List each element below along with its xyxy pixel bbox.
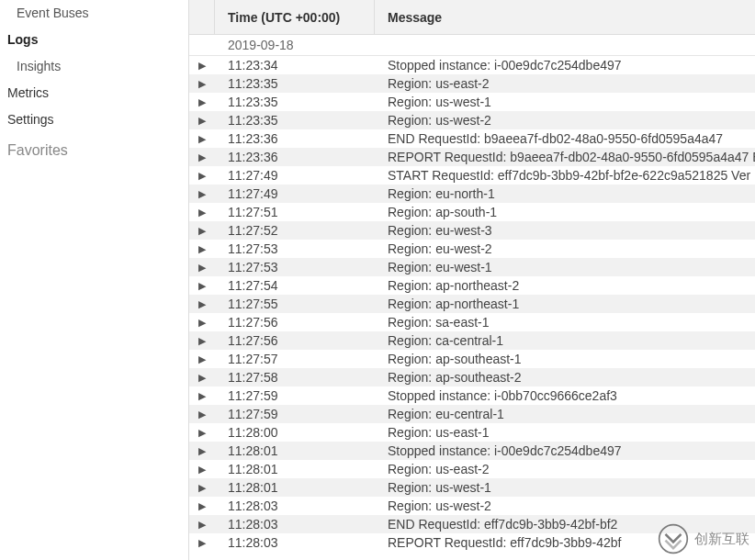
favorites-heading: Favorites [7,133,181,162]
sidebar-item-insights[interactable]: Insights [7,53,181,80]
log-time: 11:27:52 [215,223,375,238]
expand-icon[interactable]: ▶ [189,170,215,182]
log-message: Region: ap-southeast-2 [375,370,755,385]
log-row[interactable]: ▶11:28:03END RequestId: eff7dc9b-3bb9-42… [189,515,755,533]
log-row[interactable]: ▶11:27:59Region: eu-central-1 [189,405,755,423]
expand-icon[interactable]: ▶ [189,133,215,145]
log-time: 11:28:01 [215,462,375,476]
expand-icon[interactable]: ▶ [189,390,215,402]
log-time: 11:27:59 [215,407,375,421]
log-row[interactable]: ▶11:27:56Region: sa-east-1 [189,313,755,331]
log-time: 11:27:59 [215,388,375,403]
log-time: 11:23:35 [215,76,375,91]
log-message: Region: us-east-1 [375,425,755,440]
expand-icon[interactable]: ▶ [189,427,215,439]
log-table-header: Time (UTC +00:00) Message [189,0,755,35]
log-message: START RequestId: eff7dc9b-3bb9-42bf-bf2e… [375,168,755,183]
log-row[interactable]: ▶11:27:55Region: ap-northeast-1 [189,295,755,313]
expand-icon[interactable]: ▶ [189,60,215,72]
log-message: Region: eu-west-3 [375,223,755,238]
log-time: 11:27:53 [215,260,375,274]
expand-icon[interactable]: ▶ [189,298,215,310]
expand-icon[interactable]: ▶ [189,188,215,200]
log-time: 11:23:36 [215,131,375,146]
log-message: Region: eu-west-2 [375,241,755,256]
log-row[interactable]: ▶11:28:03Region: us-west-2 [189,497,755,515]
log-row[interactable]: ▶11:27:58Region: ap-southeast-2 [189,368,755,386]
log-row[interactable]: ▶11:23:35Region: us-west-2 [189,111,755,129]
log-row[interactable]: ▶11:27:52Region: eu-west-3 [189,221,755,240]
expand-icon[interactable]: ▶ [189,482,215,494]
log-row[interactable]: ▶11:23:36REPORT RequestId: b9aeea7f-db02… [189,148,755,166]
log-time: 11:28:01 [215,443,375,458]
log-message: Region: eu-north-1 [375,186,755,201]
log-row[interactable]: ▶11:28:01Region: us-west-1 [189,478,755,497]
expand-icon[interactable]: ▶ [189,262,215,274]
sidebar-item-metrics[interactable]: Metrics [7,80,181,106]
header-time[interactable]: Time (UTC +00:00) [215,0,375,34]
log-row[interactable]: ▶11:27:53Region: eu-west-2 [189,240,755,258]
log-time: 11:27:55 [215,297,375,311]
log-row[interactable]: ▶11:28:03REPORT RequestId: eff7dc9b-3bb9… [189,533,755,552]
log-time: 11:23:34 [215,58,375,73]
expand-icon[interactable]: ▶ [189,96,215,108]
log-time: 11:28:01 [215,480,375,495]
log-message: Stopped instance: i-00e9dc7c254dbe497 [375,443,755,458]
expand-icon[interactable]: ▶ [189,519,215,531]
expand-icon[interactable]: ▶ [189,225,215,237]
log-message: Region: ap-northeast-2 [375,278,755,293]
log-row[interactable]: ▶11:23:35Region: us-west-1 [189,93,755,111]
log-row[interactable]: ▶11:27:51Region: ap-south-1 [189,203,755,221]
log-row[interactable]: ▶11:28:01Region: us-east-2 [189,460,755,478]
log-date-row: 2019-09-18 [189,35,755,56]
expand-icon[interactable]: ▶ [189,115,215,127]
log-message: Stopped instance: i-0bb70cc9666ce2af3 [375,388,755,403]
log-row[interactable]: ▶11:28:00Region: us-east-1 [189,423,755,442]
expand-icon[interactable]: ▶ [189,500,215,512]
log-message: Region: sa-east-1 [375,315,755,330]
header-expand-col [189,0,215,34]
header-message[interactable]: Message [375,0,755,34]
log-row[interactable]: ▶11:27:53Region: eu-west-1 [189,258,755,276]
log-row[interactable]: ▶11:27:49START RequestId: eff7dc9b-3bb9-… [189,166,755,185]
expand-icon[interactable]: ▶ [189,317,215,329]
log-message: Region: eu-west-1 [375,260,755,274]
expand-icon[interactable]: ▶ [189,372,215,384]
expand-icon[interactable]: ▶ [189,151,215,163]
log-message: Region: ap-south-1 [375,205,755,219]
expand-icon[interactable]: ▶ [189,280,215,292]
expand-icon[interactable]: ▶ [189,353,215,365]
log-time: 11:28:03 [215,535,375,550]
log-row[interactable]: ▶11:27:57Region: ap-southeast-1 [189,350,755,368]
log-row[interactable]: ▶11:23:35Region: us-east-2 [189,74,755,93]
log-message: Region: ap-southeast-1 [375,352,755,366]
log-time: 11:27:56 [215,315,375,330]
log-time: 11:27:54 [215,278,375,293]
log-message: END RequestId: eff7dc9b-3bb9-42bf-bf2 [375,517,755,532]
expand-icon[interactable]: ▶ [189,409,215,420]
log-message: Region: us-east-2 [375,76,755,91]
expand-icon[interactable]: ▶ [189,207,215,218]
log-message: Region: us-west-1 [375,95,755,109]
expand-icon[interactable]: ▶ [189,78,215,90]
log-message: Region: us-west-2 [375,498,755,513]
expand-icon[interactable]: ▶ [189,445,215,457]
expand-icon[interactable]: ▶ [189,537,215,549]
expand-icon[interactable]: ▶ [189,335,215,347]
log-row[interactable]: ▶11:27:54Region: ap-northeast-2 [189,276,755,295]
log-message: Region: us-west-1 [375,480,755,495]
log-row[interactable]: ▶11:27:59Stopped instance: i-0bb70cc9666… [189,386,755,405]
log-row[interactable]: ▶11:27:56Region: ca-central-1 [189,331,755,350]
sidebar-item-event-buses[interactable]: Event Buses [7,0,181,27]
log-time: 11:27:51 [215,205,375,219]
sidebar-item-settings[interactable]: Settings [7,106,181,133]
expand-icon[interactable]: ▶ [189,464,215,476]
sidebar-item-logs[interactable]: Logs [7,27,181,53]
log-row[interactable]: ▶11:28:01Stopped instance: i-00e9dc7c254… [189,442,755,460]
log-row[interactable]: ▶11:23:34Stopped instance: i-00e9dc7c254… [189,56,755,74]
log-message: Region: eu-central-1 [375,407,755,421]
log-row[interactable]: ▶11:27:49Region: eu-north-1 [189,185,755,203]
log-row[interactable]: ▶11:23:36END RequestId: b9aeea7f-db02-48… [189,129,755,148]
expand-icon[interactable]: ▶ [189,243,215,255]
log-message: END RequestId: b9aeea7f-db02-48a0-9550-6… [375,131,755,146]
